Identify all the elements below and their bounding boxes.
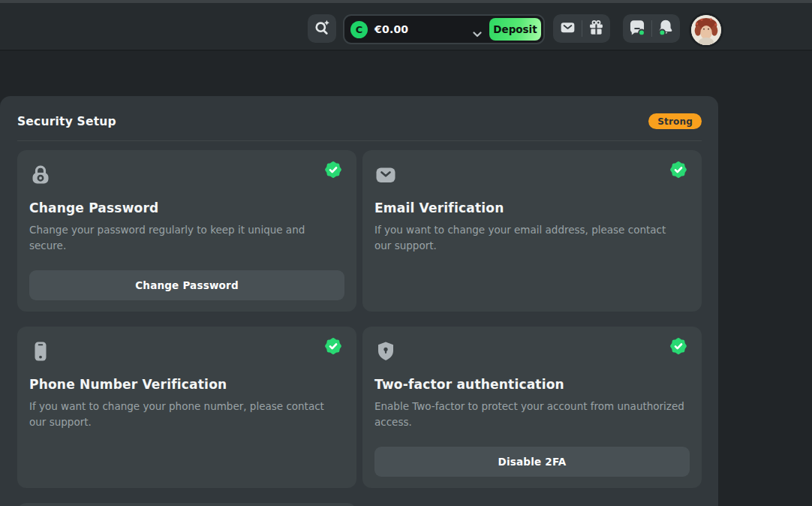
search-button[interactable] — [308, 14, 336, 43]
page-title: Security Setup — [17, 115, 116, 128]
notifications-button[interactable] — [651, 14, 680, 43]
mail-gift-group — [553, 14, 610, 43]
card-description: Enable Two-factor to protect your accoun… — [374, 399, 690, 430]
rewards-button[interactable] — [582, 14, 610, 43]
verified-check-icon — [669, 161, 687, 179]
avatar-image — [691, 15, 721, 45]
chevron-down-icon[interactable] — [473, 26, 482, 41]
security-cards-grid: Change Password Change your password reg… — [17, 150, 702, 506]
card-email-verification: Email Verification If you want to change… — [362, 150, 702, 312]
header-divider — [17, 140, 702, 141]
card-change-password: Change Password Change your password reg… — [17, 150, 356, 312]
card-description: Change your password regularly to keep i… — [29, 222, 344, 254]
card-description: If you want to change your phone number,… — [29, 399, 344, 430]
envelope-icon — [374, 164, 690, 189]
chat-notifications-group — [623, 14, 680, 43]
card-partial — [17, 503, 356, 506]
lock-icon — [29, 164, 344, 189]
security-setup-panel: Security Setup Strong Change Password Ch… — [0, 96, 718, 506]
inbox-button[interactable] — [553, 14, 582, 43]
card-title: Two-factor authentication — [374, 377, 690, 392]
chat-button[interactable] — [623, 14, 651, 43]
deposit-button[interactable]: Deposit — [489, 18, 541, 41]
card-description: If you want to change your email address… — [374, 222, 690, 254]
phone-icon — [29, 340, 344, 366]
coin-icon: C — [350, 21, 368, 38]
user-avatar[interactable] — [689, 13, 723, 47]
balance-amount: €0.00 — [374, 23, 408, 35]
card-phone-verification: Phone Number Verification If you want to… — [17, 327, 356, 488]
chat-icon — [628, 18, 646, 39]
bell-icon — [657, 18, 675, 39]
card-title: Email Verification — [374, 200, 690, 215]
verified-check-icon — [324, 337, 342, 355]
password-strength-badge: Strong — [648, 113, 702, 129]
card-title: Change Password — [29, 200, 344, 215]
card-two-factor: Two-factor authentication Enable Two-fac… — [362, 327, 702, 488]
panel-header: Security Setup Strong — [17, 113, 702, 129]
disable-2fa-button[interactable]: Disable 2FA — [374, 447, 690, 477]
gift-icon — [588, 19, 605, 39]
change-password-button[interactable]: Change Password — [29, 270, 344, 300]
verified-check-icon — [324, 161, 342, 179]
shield-icon — [374, 340, 690, 366]
mail-icon — [559, 19, 576, 39]
verified-check-icon — [669, 337, 687, 355]
search-icon — [313, 18, 331, 39]
card-title: Phone Number Verification — [29, 377, 344, 392]
wallet-balance-selector[interactable]: C €0.00 Deposit — [343, 14, 545, 44]
navbar: C €0.00 Deposit — [0, 3, 812, 51]
